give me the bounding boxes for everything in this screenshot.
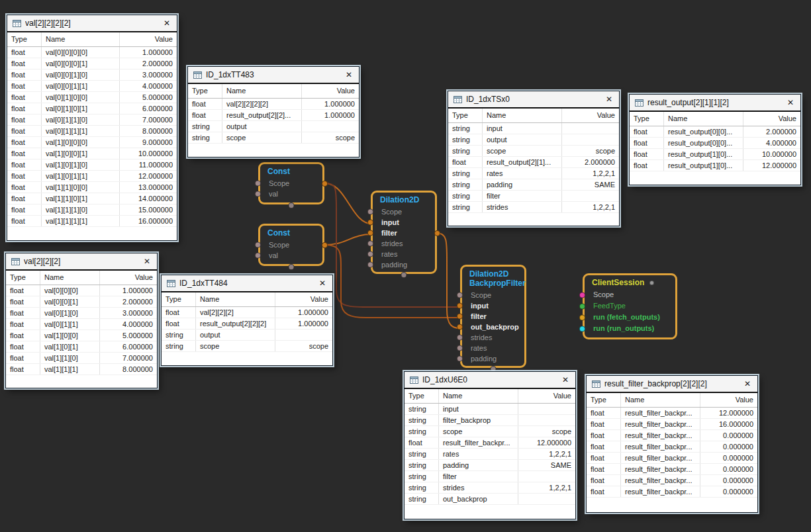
bottom-port-dot[interactable] (289, 264, 295, 270)
table-row[interactable]: floatval[1][0][1][0]11.000000 (7, 159, 177, 171)
table-row[interactable]: stringscopescope (448, 146, 619, 157)
output-port-dot[interactable] (322, 181, 328, 187)
table-row[interactable]: floatval[1][0][0][1]10.000000 (7, 148, 177, 159)
window-titlebar[interactable]: val[2][2][2]✕ (6, 253, 157, 271)
port-dot[interactable] (367, 220, 373, 226)
table-row[interactable]: floatresult_filter_backpr...16.000000 (587, 419, 757, 430)
node-const1[interactable]: ConstScopeval (258, 162, 324, 204)
table-row[interactable]: floatresult_output[1][0]...12.000000 (630, 160, 800, 171)
table-row[interactable]: stringfilter (405, 471, 575, 482)
table-row[interactable]: floatval[1][1][0][1]14.000000 (7, 193, 177, 204)
table-row[interactable]: stringrates1,2,2,1 (405, 449, 575, 460)
table-row[interactable]: floatval[0][1][1][0]7.000000 (7, 114, 177, 126)
table-row[interactable]: floatresult_filter_backpr...0.000000 (587, 464, 757, 475)
table-row[interactable]: stringstrides1,2,2,1 (405, 482, 575, 494)
table-row[interactable]: floatval[0][1][1][1]8.000000 (7, 126, 177, 137)
port-dot[interactable] (457, 292, 463, 298)
table-row[interactable]: floatval[2][2][2]1.000000 (162, 307, 332, 318)
port-dot[interactable] (457, 324, 463, 330)
table-row[interactable]: floatresult_filter_backpr...0.000000 (587, 430, 757, 441)
table-row[interactable]: stringout_backprop (405, 494, 575, 505)
table-row[interactable]: stringpaddingSAME (448, 179, 619, 191)
table-row[interactable]: stringinput (405, 404, 575, 415)
table-row[interactable]: floatval[0][0][1][0]3.000000 (7, 69, 177, 81)
table-row[interactable]: floatresult_output[0][0]...4.000000 (630, 138, 800, 149)
window-titlebar[interactable]: ID_1dxTSx0✕ (448, 91, 619, 109)
table-row[interactable]: floatval[1][1][1][1]16.000000 (7, 216, 177, 227)
table-row[interactable]: floatval[1][0][0][0]9.000000 (7, 137, 177, 148)
table-row[interactable]: floatval[1][1][0]7.000000 (6, 353, 157, 364)
port-dot[interactable] (579, 314, 585, 320)
table-row[interactable]: floatresult_output[2][2][2]1.000000 (162, 318, 332, 330)
table-row[interactable]: floatval[0][0][0]1.000000 (6, 285, 157, 296)
close-icon[interactable]: ✕ (344, 70, 354, 79)
port-dot[interactable] (579, 303, 585, 309)
window-titlebar[interactable]: ID_1dxTT483✕ (188, 67, 359, 84)
table-row[interactable]: stringfilter (448, 191, 619, 202)
port-dot[interactable] (457, 303, 463, 309)
table-row[interactable]: floatval[0][0][0][1]2.000000 (7, 58, 177, 69)
table-row[interactable]: floatresult_output[2][2]...1.000000 (188, 110, 359, 121)
node-const2[interactable]: ConstScopeval (258, 224, 324, 266)
table-row[interactable]: floatval[2][2][2][2]1.000000 (188, 99, 359, 110)
node-dilation2d[interactable]: Dilation2DScopeinputfilterstridesratespa… (371, 191, 437, 274)
table-row[interactable]: floatval[1][1][1]8.000000 (6, 364, 157, 375)
table-row[interactable]: stringscopescope (162, 341, 332, 352)
table-row[interactable]: floatresult_filter_backpr...0.000000 (587, 453, 757, 464)
window-titlebar[interactable]: ID_1dxTT484✕ (162, 275, 332, 292)
table-row[interactable]: floatval[1][0][1]6.000000 (6, 341, 157, 353)
connection-wire[interactable] (325, 234, 371, 245)
table-row[interactable]: floatval[0][1][0]3.000000 (6, 308, 157, 319)
close-icon[interactable]: ✕ (786, 98, 795, 107)
table-row[interactable]: stringoutput (188, 121, 359, 132)
table-row[interactable]: stringinput (448, 123, 619, 134)
close-icon[interactable]: ✕ (142, 257, 152, 266)
table-row[interactable]: floatval[1][1][1][0]15.000000 (7, 204, 177, 216)
window-titlebar[interactable]: ID_1dxU6E0✕ (405, 372, 575, 389)
port-dot[interactable] (579, 292, 585, 298)
table-row[interactable]: floatresult_output[0][0]...2.000000 (630, 126, 800, 138)
port-dot[interactable] (367, 209, 373, 215)
table-row[interactable]: floatval[0][0][1]2.000000 (6, 296, 157, 308)
table-row[interactable]: floatval[1][1][0][0]13.000000 (7, 182, 177, 193)
port-dot[interactable] (457, 335, 463, 341)
table-row[interactable]: floatresult_filter_backpr...12.000000 (405, 437, 575, 449)
close-icon[interactable]: ✕ (318, 279, 327, 288)
table-row[interactable]: floatval[1][0][1][1]12.000000 (7, 171, 177, 182)
table-row[interactable]: floatresult_filter_backpr...12.000000 (587, 408, 757, 419)
table-row[interactable]: stringoutput (448, 134, 619, 146)
table-row[interactable]: floatresult_output[2][1]...2.000000 (448, 157, 619, 168)
node-client_session[interactable]: ClientSessionScopeFeedTyperun (fetch_out… (583, 273, 677, 339)
node-backprop_filter[interactable]: Dilation2DBackpropFilterScopeinputfilter… (460, 265, 526, 368)
table-row[interactable]: stringfilter_backprop (405, 415, 575, 426)
output-port-dot[interactable] (322, 242, 328, 248)
table-row[interactable]: floatresult_output[1][0]...10.000000 (630, 149, 800, 160)
port-dot[interactable] (255, 191, 261, 197)
window-titlebar[interactable]: result_output[2][1][1][2]✕ (630, 95, 800, 112)
port-dot[interactable] (367, 262, 373, 268)
table-row[interactable]: stringoutput (162, 330, 332, 341)
bottom-port-dot[interactable] (401, 272, 407, 278)
table-row[interactable]: stringscopescope (188, 132, 359, 144)
table-row[interactable]: floatval[0][1][0][1]6.000000 (7, 103, 177, 114)
port-dot[interactable] (367, 251, 373, 257)
port-dot[interactable] (255, 181, 261, 187)
table-row[interactable]: stringrates1,2,2,1 (448, 168, 619, 179)
close-icon[interactable]: ✕ (743, 379, 752, 388)
window-titlebar[interactable]: val[2][2][2][2]✕ (7, 15, 177, 32)
port-dot[interactable] (457, 345, 463, 351)
connection-wire[interactable] (325, 183, 371, 224)
output-port-dot[interactable] (434, 230, 440, 236)
table-row[interactable]: floatval[0][1][0][0]5.000000 (7, 92, 177, 103)
table-row[interactable]: stringstrides1,2,2,1 (448, 202, 619, 213)
connection-wire[interactable] (436, 233, 459, 328)
bottom-port-dot[interactable] (289, 202, 295, 208)
table-row[interactable]: floatresult_filter_backpr...0.000000 (587, 441, 757, 453)
port-dot[interactable] (367, 241, 373, 247)
table-row[interactable]: stringscopescope (405, 426, 575, 437)
port-dot[interactable] (579, 326, 585, 332)
close-icon[interactable]: ✕ (561, 375, 570, 384)
table-row[interactable]: floatval[0][0][1][1]4.000000 (7, 81, 177, 92)
table-row[interactable]: stringpaddingSAME (405, 460, 575, 471)
table-row[interactable]: floatval[1][0][0]5.000000 (6, 330, 157, 341)
